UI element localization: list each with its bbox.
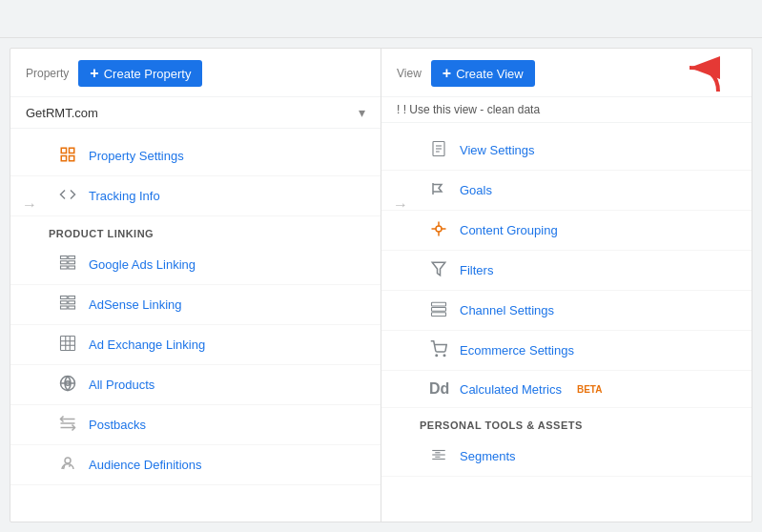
nav-filters[interactable]: Filters (381, 251, 752, 291)
calculated-metrics-label: Calculated Metrics (460, 382, 562, 397)
svg-rect-9 (69, 266, 75, 269)
svg-rect-40 (432, 302, 446, 306)
svg-rect-13 (69, 301, 75, 304)
svg-rect-15 (69, 306, 75, 309)
svg-rect-12 (61, 301, 68, 304)
chevron-down-icon: ▾ (359, 105, 365, 120)
calculated-metrics-icon: Dd (429, 380, 448, 398)
goals-label: Goals (460, 183, 492, 197)
audience-definitions-label: Audience Definitions (89, 458, 202, 472)
svg-rect-6 (61, 261, 68, 264)
all-products-icon (58, 375, 77, 395)
nav-adsense[interactable]: AdSense Linking (10, 285, 381, 325)
channel-settings-icon (429, 300, 448, 320)
svg-rect-5 (69, 256, 75, 259)
red-arrow-annotation (637, 49, 723, 104)
nav-tracking-info[interactable]: Tracking Info (10, 176, 381, 216)
nav-segments[interactable]: Segments (381, 437, 752, 477)
create-view-label: Create View (456, 67, 524, 81)
svg-rect-3 (70, 156, 74, 161)
svg-rect-41 (432, 308, 446, 312)
segments-label: Segments (460, 449, 516, 463)
nav-google-ads[interactable]: Google Ads Linking (10, 245, 381, 285)
nav-ecommerce-settings[interactable]: Ecommerce Settings (381, 331, 752, 371)
svg-rect-4 (61, 256, 68, 259)
svg-point-26 (65, 458, 71, 463)
property-settings-label: Property Settings (89, 149, 184, 163)
nav-channel-settings[interactable]: Channel Settings (381, 291, 752, 331)
nav-all-products[interactable]: All Products (10, 365, 381, 405)
view-settings-label: View Settings (460, 143, 535, 157)
content-grouping-icon (429, 220, 448, 240)
svg-rect-8 (61, 266, 68, 269)
property-dropdown[interactable]: GetRMT.com (26, 106, 355, 120)
tracking-info-icon (58, 186, 77, 206)
ad-exchange-icon (58, 335, 77, 355)
property-settings-icon (58, 146, 77, 166)
svg-point-45 (436, 355, 438, 357)
adsense-icon (58, 295, 77, 315)
filters-label: Filters (460, 263, 493, 277)
nav-postbacks[interactable]: Postbacks (10, 405, 381, 445)
create-property-label: Create Property (104, 67, 192, 81)
ecommerce-settings-label: Ecommerce Settings (460, 343, 574, 358)
nav-audience-definitions[interactable]: Audience Definitions (10, 445, 381, 485)
svg-point-46 (443, 355, 445, 357)
create-view-button[interactable]: + Create View (431, 60, 535, 87)
google-ads-icon (58, 255, 77, 275)
postbacks-label: Postbacks (89, 418, 146, 432)
svg-point-34 (436, 226, 442, 232)
filters-icon (429, 260, 448, 280)
all-products-label: All Products (89, 378, 154, 392)
product-linking-section: PRODUCT LINKING (10, 216, 381, 245)
nav-calculated-metrics[interactable]: Dd Calculated Metrics BETA (381, 371, 752, 408)
nav-content-grouping[interactable]: Content Grouping (381, 211, 752, 251)
nav-ad-exchange[interactable]: Ad Exchange Linking (10, 325, 381, 365)
personal-tools-section: PERSONAL TOOLS & ASSETS (381, 408, 752, 437)
svg-rect-0 (61, 148, 66, 153)
svg-rect-11 (69, 297, 75, 299)
content-grouping-label: Content Grouping (460, 223, 558, 237)
nav-property-settings[interactable]: Property Settings (10, 136, 381, 176)
nav-goals[interactable]: Goals (381, 171, 752, 211)
svg-rect-2 (61, 156, 66, 161)
beta-badge: BETA (577, 384, 602, 395)
plus-icon: + (90, 66, 98, 81)
view-label: View (397, 67, 422, 80)
svg-rect-44 (432, 313, 446, 317)
plus-icon-view: + (443, 66, 451, 81)
property-label: Property (26, 67, 69, 80)
expand-left-icon[interactable]: → (22, 196, 37, 214)
svg-rect-7 (69, 261, 75, 264)
svg-rect-16 (61, 337, 75, 351)
svg-marker-39 (432, 262, 445, 276)
segments-icon (429, 446, 448, 466)
svg-rect-1 (70, 148, 74, 153)
nav-view-settings[interactable]: View Settings (381, 131, 752, 171)
postbacks-icon (58, 415, 77, 435)
google-ads-label: Google Ads Linking (89, 257, 196, 272)
tracking-info-label: Tracking Info (89, 189, 160, 203)
view-notice: ! ! Use this view - clean data (381, 97, 752, 123)
channel-settings-label: Channel Settings (460, 303, 554, 317)
svg-rect-14 (61, 306, 68, 309)
audience-definitions-icon (58, 455, 77, 475)
svg-rect-10 (61, 297, 68, 299)
adsense-label: AdSense Linking (89, 297, 182, 312)
ad-exchange-label: Ad Exchange Linking (89, 338, 205, 352)
view-settings-icon (429, 140, 448, 160)
expand-right-icon[interactable]: → (393, 196, 408, 214)
ecommerce-settings-icon (429, 340, 448, 360)
goals-icon (429, 180, 448, 200)
create-property-button[interactable]: + Create Property (78, 60, 202, 87)
